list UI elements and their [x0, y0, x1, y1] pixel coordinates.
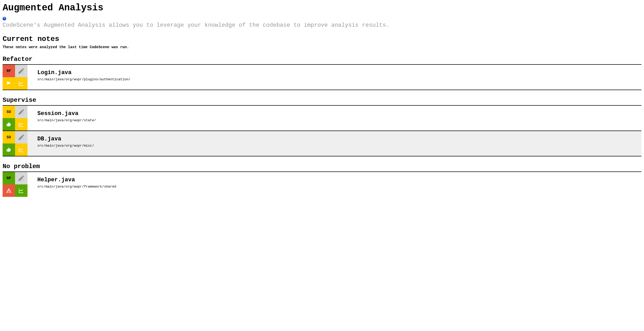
note-title: Session.java — [37, 110, 96, 117]
section-supervise: Supervise SU Session.java src/main/java/… — [3, 97, 641, 156]
badge-grid: SU — [3, 106, 27, 131]
note-path: src/main/java/org/wopr/state/ — [37, 118, 96, 122]
thumbs-up-icon[interactable] — [3, 118, 15, 131]
section-subtext: These notes were analyzed the last time … — [3, 45, 641, 49]
note-path: src/main/java/org/wopr/framework/shared — [37, 185, 116, 189]
section-heading-noproblem: No problem — [3, 163, 641, 170]
chart-icon[interactable] — [15, 77, 27, 90]
badge-grid: NP — [3, 172, 27, 197]
warning-icon[interactable] — [3, 184, 15, 197]
chart-icon[interactable] — [15, 143, 27, 156]
note-row[interactable]: SU Session.java src/main/java/org/wopr/s… — [3, 105, 641, 131]
section-noproblem: No problem NP Helper.java src/main/java/… — [3, 163, 641, 197]
category-badge: SU — [3, 106, 15, 118]
page-description: CodeScene's Augmented Analysis allows yo… — [3, 22, 641, 28]
note-title: Login.java — [37, 69, 130, 76]
section-heading-refactor: Refactor — [3, 56, 641, 63]
note-path: src/main/java/org/wopr/misc/ — [37, 144, 94, 148]
thumbs-up-icon[interactable] — [3, 143, 15, 156]
category-badge: NP — [3, 172, 15, 184]
note-row[interactable]: SU DB.java src/main/java/org/wopr/misc/ — [3, 131, 641, 156]
chart-icon[interactable] — [15, 184, 27, 197]
category-badge: RF — [3, 65, 15, 77]
chart-icon[interactable] — [15, 118, 27, 131]
badge-grid: SU — [3, 131, 27, 156]
note-row[interactable]: NP Helper.java src/main/java/org/wopr/fr… — [3, 171, 641, 197]
badge-grid: RF — [3, 65, 27, 90]
category-badge: SU — [3, 131, 15, 143]
edit-icon[interactable] — [15, 172, 27, 184]
note-path: src/main/java/org/wopr/plugins/authentic… — [37, 77, 130, 81]
section-subtitle: Current notes — [3, 35, 641, 43]
edit-icon[interactable] — [15, 106, 27, 118]
note-row[interactable]: RF Login.java src/main/java/org/wopr/plu… — [3, 64, 641, 90]
edit-icon[interactable] — [15, 131, 27, 143]
section-refactor: Refactor RF Login.java src/main/java/org… — [3, 56, 641, 90]
page-title: Augmented Analysis — [3, 3, 641, 13]
section-heading-supervise: Supervise — [3, 97, 641, 104]
help-icon[interactable]: ? — [3, 17, 6, 20]
flag-icon[interactable] — [3, 77, 15, 90]
note-title: Helper.java — [37, 177, 116, 183]
edit-icon[interactable] — [15, 65, 27, 77]
note-title: DB.java — [37, 136, 94, 142]
